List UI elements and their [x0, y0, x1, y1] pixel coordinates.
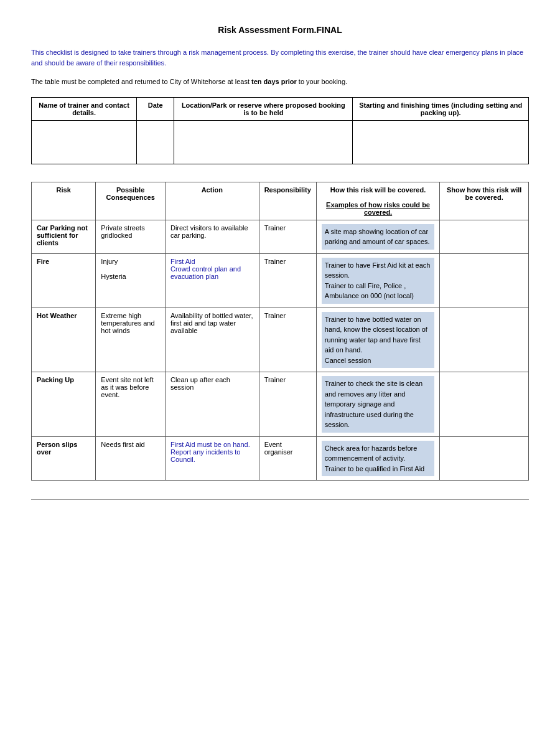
info-header-location: Location/Park or reserve where proposed …: [174, 97, 353, 120]
risk-header-show: Show how this risk will be covered.: [440, 182, 529, 220]
risk-cell-show[interactable]: [440, 436, 529, 481]
action-text: Availability of bottled water, first aid…: [170, 312, 253, 334]
risk-cell-action: First AidCrowd control plan and evacuati…: [165, 253, 259, 308]
risk-cell-show[interactable]: [440, 220, 529, 253]
risk-table-header-row: Risk Possible Consequences Action Respon…: [32, 182, 529, 220]
risk-cell-show[interactable]: [440, 372, 529, 437]
info-cell-date[interactable]: [137, 120, 174, 164]
risk-table-row: Car Parking not sufficient for clientsPr…: [32, 220, 529, 253]
action-text: Clean up after each session: [170, 376, 230, 391]
risk-cell-consequences: Needs first aid: [96, 436, 166, 481]
info-table-data-row: [32, 120, 529, 164]
action-text: First Aid must be on hand.Report any inc…: [170, 441, 250, 463]
risk-header-responsibility: Responsibility: [259, 182, 316, 220]
risk-table-row: Packing UpEvent site not left as it was …: [32, 372, 529, 437]
info-cell-location[interactable]: [174, 120, 353, 164]
risk-header-examples: How this risk will be covered. Examples …: [316, 182, 439, 220]
info-header-date: Date: [137, 97, 174, 120]
risk-cell-example: Check area for hazards before commenceme…: [316, 436, 439, 481]
example-highlight: Trainer to have First Aid kit at each se…: [322, 258, 434, 304]
action-text: Direct visitors to available car parking…: [170, 224, 248, 239]
table-note-after: to your booking.: [297, 78, 347, 85]
risk-name-text: Packing Up: [37, 376, 74, 383]
risk-name-text: Car Parking not sufficient for clients: [37, 224, 88, 247]
risk-cell-risk: Hot Weather: [32, 308, 96, 372]
intro-text: This checklist is designed to take train…: [31, 47, 529, 68]
risk-cell-show[interactable]: [440, 253, 529, 308]
how-covered-label: How this risk will be covered.: [330, 186, 426, 194]
risk-cell-consequences: Private streets gridlocked: [96, 220, 166, 253]
table-note-bold: ten days prior: [251, 78, 297, 85]
info-header-times: Starting and finishing times (including …: [353, 97, 529, 120]
info-cell-name[interactable]: [32, 120, 137, 164]
examples-label: Examples of how risks could be covered.: [326, 201, 430, 216]
risk-cell-responsibility: Trainer: [259, 372, 316, 437]
example-highlight: Trainer to have bottled water on hand, k…: [322, 312, 434, 369]
risk-header-risk: Risk: [32, 182, 96, 220]
risk-cell-risk: Car Parking not sufficient for clients: [32, 220, 96, 253]
example-highlight: Trainer to check the site is clean and r…: [322, 376, 434, 433]
risk-cell-action: Availability of bottled water, first aid…: [165, 308, 259, 372]
risk-header-action: Action: [165, 182, 259, 220]
risk-name-text: Fire: [37, 258, 49, 265]
risk-cell-action: Clean up after each session: [165, 372, 259, 437]
risk-cell-risk: Fire: [32, 253, 96, 308]
info-table-header-row: Name of trainer and contact details. Dat…: [32, 97, 529, 120]
risk-cell-example: Trainer to have First Aid kit at each se…: [316, 253, 439, 308]
info-cell-times[interactable]: [353, 120, 529, 164]
risk-cell-example: Trainer to have bottled water on hand, k…: [316, 308, 439, 372]
risk-cell-responsibility: Trainer: [259, 253, 316, 308]
risk-name-text: Person slips over: [37, 441, 77, 456]
action-text: First AidCrowd control plan and evacuati…: [170, 258, 241, 280]
risk-table-row: Person slips overNeeds first aidFirst Ai…: [32, 436, 529, 481]
risk-cell-responsibility: Event organiser: [259, 436, 316, 481]
example-highlight: A site map showing location of car parki…: [322, 224, 434, 250]
risk-cell-example: A site map showing location of car parki…: [316, 220, 439, 253]
risk-cell-action: First Aid must be on hand.Report any inc…: [165, 436, 259, 481]
risk-cell-example: Trainer to check the site is clean and r…: [316, 372, 439, 437]
risk-cell-consequences: Extreme high temperatures and hot winds: [96, 308, 166, 372]
table-note: The table must be completed and returned…: [31, 77, 529, 87]
risk-cell-action: Direct visitors to available car parking…: [165, 220, 259, 253]
table-note-before: The table must be completed and returned…: [31, 78, 251, 85]
info-header-name: Name of trainer and contact details.: [32, 97, 137, 120]
example-highlight: Check area for hazards before commenceme…: [322, 441, 434, 477]
risk-cell-show[interactable]: [440, 308, 529, 372]
risk-cell-responsibility: Trainer: [259, 308, 316, 372]
risk-header-consequences: Possible Consequences: [96, 182, 166, 220]
risk-cell-risk: Person slips over: [32, 436, 96, 481]
risk-name-text: Hot Weather: [37, 312, 77, 319]
risk-cell-consequences: Event site not left as it was before eve…: [96, 372, 166, 437]
footer-line: [31, 499, 529, 500]
page-title: Risk Assessment Form.FINAL: [31, 25, 529, 35]
info-table: Name of trainer and contact details. Dat…: [31, 97, 529, 164]
risk-cell-consequences: InjuryHysteria: [96, 253, 166, 308]
risk-table-row: Hot WeatherExtreme high temperatures and…: [32, 308, 529, 372]
risk-table-row: FireInjuryHysteriaFirst AidCrowd control…: [32, 253, 529, 308]
risk-cell-risk: Packing Up: [32, 372, 96, 437]
risk-cell-responsibility: Trainer: [259, 220, 316, 253]
risk-table-body: Car Parking not sufficient for clientsPr…: [32, 220, 529, 481]
risk-table: Risk Possible Consequences Action Respon…: [31, 182, 529, 481]
